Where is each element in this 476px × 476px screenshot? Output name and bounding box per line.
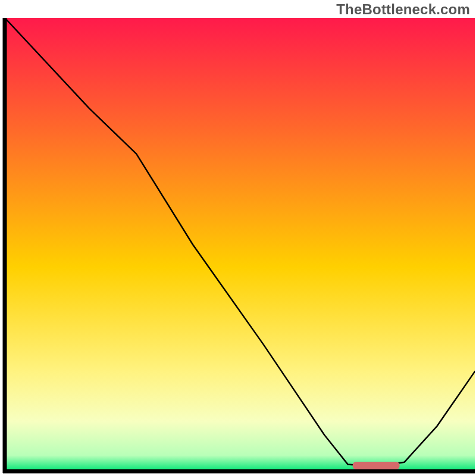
watermark-text: TheBottleneck.com	[336, 1, 470, 18]
gradient-background	[5, 18, 475, 471]
chart-container: TheBottleneck.com	[0, 0, 476, 476]
bottleneck-chart	[0, 0, 476, 476]
optimal-marker	[353, 462, 400, 469]
